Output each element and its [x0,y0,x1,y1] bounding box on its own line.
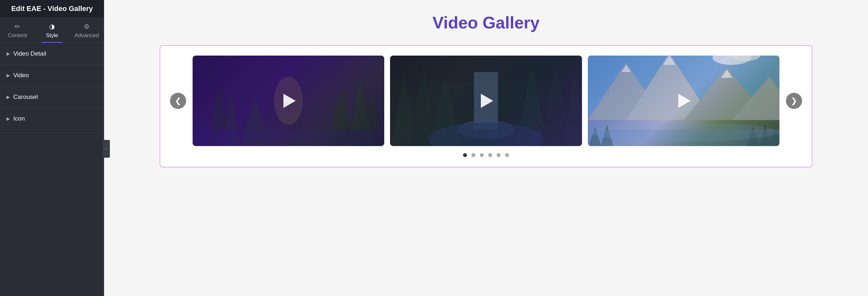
pencil-icon: ✏ [14,23,20,30]
section-video-detail[interactable]: ▶ Video Detail [0,43,104,65]
gallery-container: ❮ [160,45,812,168]
video-card-3[interactable] [588,56,779,146]
section-label-video: Video [13,72,29,79]
sidebar-header: Edit EAE - Video Gallery [0,0,104,18]
svg-rect-7 [193,129,384,146]
carousel-dots [180,153,793,157]
carousel-wrapper: ❮ [180,56,793,146]
play-button-3[interactable] [673,90,694,111]
section-label-carousel: Carousel [13,93,38,100]
section-carousel[interactable]: ▶ Carousel [0,86,104,108]
video-bg-3 [588,56,779,146]
page-title: Video Gallery [432,13,539,32]
sidebar-tabs: ✏ Content ◑ Style ⚙ Advanced [0,18,104,43]
play-button-1[interactable] [278,90,299,111]
arrow-icon-carousel: ▶ [6,94,10,99]
arrow-icon-video: ▶ [6,73,10,78]
video-card-1[interactable] [193,56,384,146]
chevron-left-icon: ❮ [175,96,181,105]
carousel-prev-button[interactable]: ❮ [170,93,186,109]
sidebar-title: Edit EAE - Video Gallery [11,4,93,12]
dot-1[interactable] [463,153,467,157]
video-card-2[interactable] [390,56,582,146]
gear-icon: ⚙ [84,23,90,30]
dot-4[interactable] [488,153,492,157]
half-circle-icon: ◑ [49,23,55,30]
dot-2[interactable] [471,153,475,157]
play-triangle-1 [283,94,296,108]
dot-3[interactable] [480,153,484,157]
section-label-icon: Icon [13,115,25,122]
chevron-right-icon: ❯ [791,96,797,105]
section-video[interactable]: ▶ Video [0,65,104,86]
play-button-2[interactable] [476,90,496,111]
dot-5[interactable] [497,153,501,157]
main-content: Video Gallery ❮ [104,0,868,296]
tab-advanced[interactable]: ⚙ Advanced [69,18,104,43]
arrow-icon-icon: ▶ [6,116,10,121]
play-triangle-3 [678,94,690,108]
play-triangle-2 [481,94,493,108]
dot-6[interactable] [505,153,509,157]
collapse-icon: ‹ [106,146,107,151]
arrow-icon-video-detail: ▶ [6,51,10,56]
tab-content[interactable]: ✏ Content [0,18,35,43]
carousel-next-button[interactable]: ❯ [786,93,802,109]
sidebar: Edit EAE - Video Gallery ✏ Content ◑ Sty… [0,0,104,296]
carousel-items [193,56,779,146]
sidebar-sections: ▶ Video Detail ▶ Video ▶ Carousel ▶ Icon… [0,43,104,296]
video-bg-1 [193,56,384,146]
section-icon[interactable]: ▶ Icon [0,108,104,129]
video-bg-2 [390,56,582,146]
section-label-video-detail: Video Detail [13,50,46,57]
collapse-handle[interactable]: ‹ [103,140,110,158]
tab-style[interactable]: ◑ Style [35,18,69,43]
svg-point-35 [588,122,779,142]
